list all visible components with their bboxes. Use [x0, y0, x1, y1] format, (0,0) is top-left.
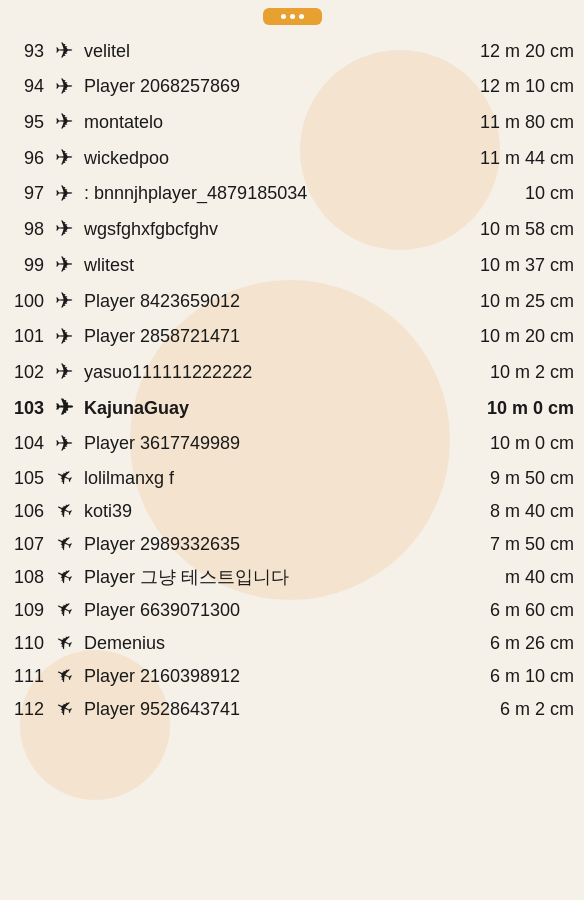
plane-crashed-icon: ✈ — [48, 530, 80, 557]
player-score: 6 m 2 cm — [494, 697, 574, 721]
plane-flying-icon: ✈ — [48, 357, 80, 387]
player-name: Player 6639071300 — [80, 598, 484, 622]
table-row: 103✈KajunaGuay10 m 0 cm — [0, 390, 584, 426]
player-score: 8 m 40 cm — [484, 499, 574, 523]
plane-crashed-icon: ✈ — [48, 563, 80, 590]
leaderboard-list: 93✈velitel12 m 20 cm94✈Player 2068257869… — [0, 31, 584, 727]
table-row: 109✈Player 66390713006 m 60 cm — [0, 593, 584, 626]
player-score: 9 m 50 cm — [484, 466, 574, 490]
dot-2 — [290, 14, 295, 19]
table-row: 107✈Player 29893326357 m 50 cm — [0, 527, 584, 560]
player-name: Player 9528643741 — [80, 697, 494, 721]
table-row: 112✈Player 95286437416 m 2 cm — [0, 692, 584, 725]
rank-number: 101 — [6, 324, 48, 348]
plane-flying-icon: ✈ — [48, 286, 80, 316]
player-score: 6 m 60 cm — [484, 598, 574, 622]
plane-flying-icon: ✈ — [48, 107, 80, 137]
player-score: 10 m 0 cm — [484, 431, 574, 455]
dot-3 — [299, 14, 304, 19]
rank-number: 94 — [6, 74, 48, 98]
table-row: 104✈Player 361774998910 m 0 cm — [0, 426, 584, 462]
rank-number: 112 — [6, 697, 48, 721]
player-name: wickedpoo — [80, 146, 474, 170]
plane-flying-icon: ✈ — [48, 393, 80, 423]
plane-crashed-icon: ✈ — [48, 464, 80, 491]
player-name: montatelo — [80, 110, 474, 134]
rank-number: 99 — [6, 253, 48, 277]
plane-crashed-icon: ✈ — [48, 695, 80, 722]
player-name: Player 8423659012 — [80, 289, 474, 313]
player-score: 7 m 50 cm — [484, 532, 574, 556]
player-score: 12 m 10 cm — [474, 74, 574, 98]
table-row: 106✈koti398 m 40 cm — [0, 494, 584, 527]
table-row: 98✈wgsfghxfgbcfghv10 m 58 cm — [0, 211, 584, 247]
plane-flying-icon: ✈ — [48, 143, 80, 173]
plane-crashed-icon: ✈ — [48, 629, 80, 656]
table-row: 93✈velitel12 m 20 cm — [0, 33, 584, 69]
rank-number: 104 — [6, 431, 48, 455]
plane-flying-icon: ✈ — [48, 214, 80, 244]
player-name: Player 2989332635 — [80, 532, 484, 556]
table-row: 111✈Player 21603989126 m 10 cm — [0, 659, 584, 692]
player-score: m 40 cm — [499, 565, 574, 589]
player-name: Player 2160398912 — [80, 664, 484, 688]
rank-number: 100 — [6, 289, 48, 313]
player-name: KajunaGuay — [80, 396, 481, 420]
rank-number: 109 — [6, 598, 48, 622]
rank-number: 108 — [6, 565, 48, 589]
player-name: Demenius — [80, 631, 484, 655]
player-name: : bnnnjhplayer_4879185034 — [80, 181, 519, 205]
player-score: 6 m 26 cm — [484, 631, 574, 655]
player-score: 10 m 2 cm — [484, 360, 574, 384]
player-score: 10 m 58 cm — [474, 217, 574, 241]
player-score: 10 m 20 cm — [474, 324, 574, 348]
player-score: 11 m 80 cm — [474, 110, 574, 134]
table-row: 96✈wickedpoo11 m 44 cm — [0, 140, 584, 176]
table-row: 95✈montatelo11 m 80 cm — [0, 104, 584, 140]
rank-number: 106 — [6, 499, 48, 523]
rank-number: 96 — [6, 146, 48, 170]
plane-flying-icon: ✈ — [48, 72, 80, 102]
player-name: Player 그냥 테스트입니다 — [80, 565, 499, 589]
table-row: 100✈Player 842365901210 m 25 cm — [0, 283, 584, 319]
rank-number: 93 — [6, 39, 48, 63]
player-score: 12 m 20 cm — [474, 39, 574, 63]
table-row: 101✈Player 285872147110 m 20 cm — [0, 319, 584, 355]
player-score: 10 cm — [519, 181, 574, 205]
table-row: 102✈yasuo11111122222210 m 2 cm — [0, 354, 584, 390]
player-score: 10 m 25 cm — [474, 289, 574, 313]
table-row: 108✈Player 그냥 테스트입니다m 40 cm — [0, 560, 584, 593]
plane-crashed-icon: ✈ — [48, 596, 80, 623]
player-name: koti39 — [80, 499, 484, 523]
plane-flying-icon: ✈ — [48, 36, 80, 66]
rank-number: 98 — [6, 217, 48, 241]
player-score: 10 m 37 cm — [474, 253, 574, 277]
player-name: Player 3617749989 — [80, 431, 484, 455]
player-name: wlitest — [80, 253, 474, 277]
player-score: 10 m 0 cm — [481, 396, 574, 420]
plane-flying-icon: ✈ — [48, 250, 80, 280]
dot-1 — [281, 14, 286, 19]
player-score: 11 m 44 cm — [474, 146, 574, 170]
rank-number: 103 — [6, 396, 48, 420]
menu-button[interactable] — [263, 8, 322, 25]
rank-number: 102 — [6, 360, 48, 384]
table-row: 97✈: bnnnjhplayer_487918503410 cm — [0, 176, 584, 212]
player-name: wgsfghxfgbcfghv — [80, 217, 474, 241]
plane-crashed-icon: ✈ — [48, 497, 80, 524]
rank-number: 105 — [6, 466, 48, 490]
rank-number: 97 — [6, 181, 48, 205]
rank-number: 110 — [6, 631, 48, 655]
table-row: 94✈Player 206825786912 m 10 cm — [0, 69, 584, 105]
rank-number: 111 — [6, 664, 48, 688]
player-name: lolilmanxg f — [80, 466, 484, 490]
plane-crashed-icon: ✈ — [48, 662, 80, 689]
table-row: 105✈lolilmanxg f9 m 50 cm — [0, 461, 584, 494]
plane-flying-icon: ✈ — [48, 322, 80, 352]
player-name: Player 2858721471 — [80, 324, 474, 348]
player-score: 6 m 10 cm — [484, 664, 574, 688]
rank-number: 95 — [6, 110, 48, 134]
table-row: 110✈Demenius6 m 26 cm — [0, 626, 584, 659]
table-row: 99✈wlitest10 m 37 cm — [0, 247, 584, 283]
plane-flying-icon: ✈ — [48, 429, 80, 459]
